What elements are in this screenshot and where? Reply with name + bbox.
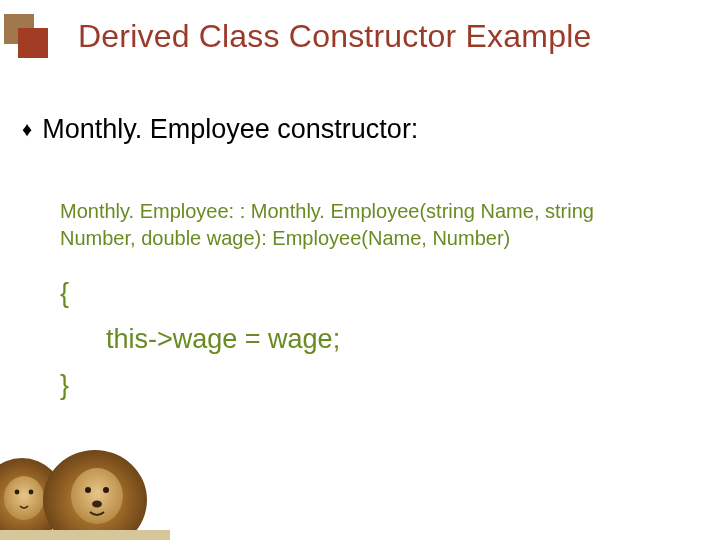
code-open-brace: { (60, 270, 660, 316)
svg-point-7 (103, 487, 109, 493)
lions-photo-svg (0, 420, 170, 540)
code-close-brace: } (60, 362, 660, 408)
slide-title: Derived Class Constructor Example (78, 18, 700, 55)
code-body: { this->wage = wage; } (60, 270, 660, 408)
slide: Derived Class Constructor Example ♦ Mont… (0, 0, 720, 540)
overlapping-squares-icon (4, 14, 52, 62)
decor-front-square (18, 28, 48, 58)
bullet-item: ♦ Monthly. Employee constructor: (22, 112, 690, 146)
svg-point-3 (29, 490, 34, 495)
svg-point-6 (85, 487, 91, 493)
svg-point-8 (92, 501, 102, 508)
svg-point-1 (4, 476, 44, 520)
svg-point-2 (15, 490, 20, 495)
code-signature-line-1: Monthly. Employee: : Monthly. Employee(s… (60, 200, 594, 222)
lions-photo (0, 420, 170, 540)
bullet-text: Monthly. Employee constructor: (42, 112, 418, 146)
code-signature-line-2: Number, double wage): Employee(Name, Num… (60, 227, 510, 249)
code-signature: Monthly. Employee: : Monthly. Employee(s… (60, 198, 660, 252)
svg-rect-9 (0, 530, 170, 540)
bullet-marker-icon: ♦ (22, 112, 32, 146)
code-statement: this->wage = wage; (60, 316, 660, 362)
